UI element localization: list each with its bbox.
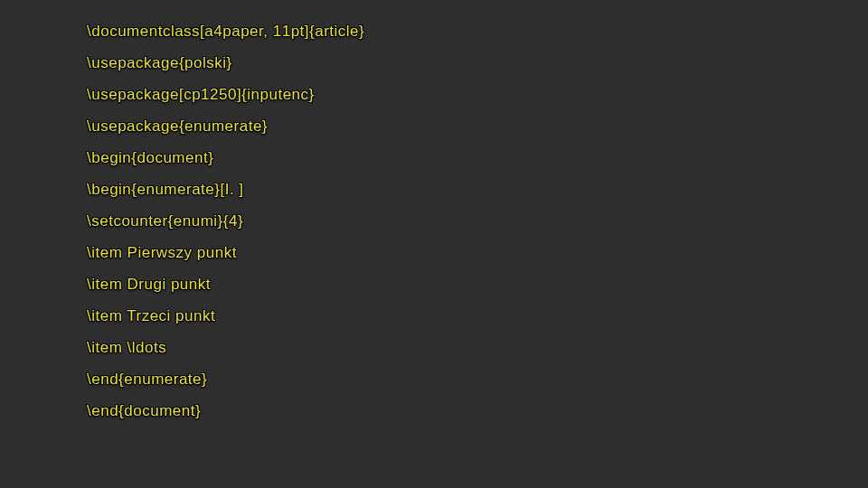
code-line: \setcounter{enumi}{4} <box>87 213 792 229</box>
code-line: \begin{document} <box>87 150 792 165</box>
code-line: \begin{enumerate}[I. ] <box>87 182 792 197</box>
code-line: \usepackage{enumerate} <box>87 118 792 134</box>
code-line: \end{enumerate} <box>87 371 792 387</box>
code-line: \documentclass[a4paper, 11pt]{article} <box>87 23 792 39</box>
code-line: \end{document} <box>87 403 792 418</box>
code-block: \documentclass[a4paper, 11pt]{article} \… <box>87 23 792 435</box>
code-line: \usepackage{polski} <box>87 55 792 70</box>
code-line: \item \ldots <box>87 340 792 355</box>
code-line: \item Drugi punkt <box>87 277 792 292</box>
code-line: \usepackage[cp1250]{inputenc} <box>87 87 792 102</box>
code-line: \item Pierwszy punkt <box>87 245 792 260</box>
code-line: \item Trzeci punkt <box>87 308 792 324</box>
